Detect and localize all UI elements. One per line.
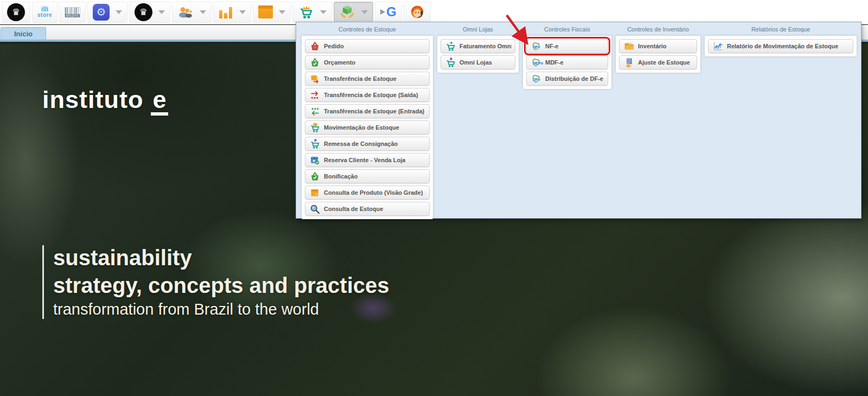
illi-store-icon: illistore (37, 6, 52, 18)
logo-text: instituto (42, 86, 143, 113)
logo-e-mark: e (151, 88, 168, 116)
toolbar-button-products[interactable] (253, 2, 291, 23)
cube-hands-icon (339, 4, 355, 20)
google-g-icon: G (380, 5, 397, 18)
tab-inicio[interactable]: Início (1, 27, 46, 40)
toolbar-button-sales[interactable] (292, 2, 332, 23)
brazil-map-icon: DFe (530, 73, 542, 85)
chevron-down-icon (320, 10, 327, 14)
toolbar-button-crown-menu[interactable] (129, 2, 170, 23)
menu-item-transferencia-de-estoque-entrada[interactable]: Transfêrencia de Estoque (Entrada) (305, 104, 430, 118)
magnifier-icon (309, 203, 321, 215)
menu-item-label: Ajuste de Estoque (638, 59, 690, 66)
cart-load-icon (309, 122, 321, 133)
menu-item-label: Inventário (638, 43, 667, 49)
menu-item-label: Remessa de Consignação (324, 140, 398, 147)
stock-mega-menu-panel: Controles de Estoque Pedido Orçamento Tr… (296, 22, 861, 219)
menu-item-bonificacao[interactable]: Bonificação (305, 169, 430, 183)
building-hand-icon (623, 56, 635, 68)
chevron-down-icon (279, 10, 285, 14)
menu-item-label: Bonificação (324, 173, 358, 180)
basket-red-icon (309, 40, 321, 52)
calendar-check-icon (309, 154, 321, 166)
menu-item-inventario[interactable]: Inventário (619, 39, 697, 53)
hero-line-3: transformation from Brazil to the world (53, 300, 390, 319)
toolbar-button-settings[interactable] (87, 2, 127, 23)
menu-column-header: Controles de Estoque (302, 23, 433, 36)
product-box-icon (309, 187, 321, 199)
menu-item-distribuicao-de-df-e[interactable]: DFe Distribuição de DF-e (526, 72, 608, 86)
cart-consign-icon (309, 138, 321, 150)
menu-item-label: Omni Lojas (459, 59, 492, 66)
menu-column-controles-de-estoque: Controles de Estoque Pedido Orçamento Tr… (302, 23, 433, 219)
toolbar-button-reports[interactable] (213, 2, 251, 23)
menu-column-omni-lojas: Omni Lojas Faturamento Omni Omni Lojas (437, 23, 519, 73)
instituto-e-logo: institutoe (42, 86, 168, 116)
package-box-icon (258, 5, 273, 18)
main-toolbar: illistore BOLETO G (0, 0, 868, 24)
menu-item-label: Distribuição de DF-e (545, 75, 603, 82)
menu-item-consulta-de-produto-visao-grade[interactable]: Consulta de Produto (Visão Grade) (305, 186, 430, 200)
menu-column-header: Controles de Inventário (616, 23, 700, 36)
chevron-down-icon (158, 10, 165, 14)
app-window: illistore BOLETO G (0, 0, 868, 396)
crown-badge-icon (7, 3, 25, 21)
menu-item-reserva-cliente-venda-loja[interactable]: Reserva Cliente - Venda Loja (305, 153, 430, 167)
support-agent-icon (409, 4, 425, 20)
menu-item-pedido[interactable]: Pedido (305, 39, 430, 53)
chevron-down-icon (200, 10, 206, 14)
brazil-map-icon: MDFe (530, 56, 542, 68)
bar-chart-icon (219, 6, 233, 18)
transfer-box-icon (309, 73, 321, 85)
menu-column-header: Omni Lojas (437, 23, 519, 36)
icon-text-badge: NFe (533, 44, 540, 49)
menu-item-omni-lojas[interactable]: Omni Lojas (441, 55, 515, 69)
shopping-cart-icon (298, 4, 314, 20)
menu-item-label: Transfêrencia de Estoque (Saída) (324, 92, 418, 98)
menu-column-relatorios-de-estoque: Relatórios de Estoque Relatório de Movim… (705, 23, 857, 56)
toolbar-button-stock[interactable] (334, 2, 373, 23)
boleto-icon: BOLETO (65, 7, 80, 17)
menu-item-label: Transferência de Estoque (324, 75, 397, 82)
hero-line-1: sustainability (53, 245, 390, 270)
menu-column-header: Controles Fiscais (523, 23, 611, 36)
toolbar-button-illi-store[interactable]: illistore (32, 2, 58, 23)
chevron-down-icon (239, 10, 246, 14)
menu-column-card: Faturamento Omni Omni Lojas (437, 36, 519, 73)
menu-item-relatorio-de-movimentacao-de-estoque[interactable]: Relatório de Movimentação de Estoque (708, 39, 853, 53)
gear-icon (93, 4, 110, 21)
menu-item-label: Pedido (324, 43, 344, 49)
icon-text-badge: MDFe (533, 61, 543, 66)
chevron-down-icon (116, 10, 122, 14)
menu-item-label: Reserva Cliente - Venda Loja (324, 157, 405, 163)
menu-item-label: MDF-e (545, 59, 564, 66)
menu-item-transferencia-de-estoque-saida[interactable]: Transfêrencia de Estoque (Saída) (305, 88, 430, 102)
menu-item-consulta-de-estoque[interactable]: Consulta de Estoque (305, 202, 430, 216)
menu-item-label: Orçamento (324, 59, 355, 66)
menu-item-ajuste-de-estoque[interactable]: Ajuste de Estoque (619, 55, 697, 69)
toolbar-button-boleto[interactable]: BOLETO (59, 2, 86, 23)
toolbar-button-customers[interactable] (172, 2, 212, 23)
hero-line-2: strategy, concepts and practices (53, 273, 390, 298)
toolbar-button-google[interactable]: G (375, 2, 402, 23)
menu-item-label: Consulta de Estoque (324, 206, 383, 212)
cart-omni-icon (444, 40, 456, 52)
toolbar-button-support[interactable] (404, 2, 431, 23)
menu-item-label: Movimentação de Estoque (324, 124, 399, 131)
menu-item-remessa-de-consignacao[interactable]: Remessa de Consignação (305, 137, 430, 151)
menu-item-mdf-e[interactable]: MDFe MDF-e (526, 55, 608, 69)
menu-item-faturamento-omni[interactable]: Faturamento Omni (441, 39, 515, 53)
menu-item-orcamento[interactable]: Orçamento (305, 55, 430, 69)
toolbar-button-brand-crown[interactable] (2, 2, 30, 23)
menu-column-card: NFe NF-e MDFe MDF-e DFe Distribuição de … (523, 36, 611, 89)
arrow-out-icon (309, 89, 321, 101)
brazil-map-icon: NFe (530, 40, 542, 52)
menu-item-transferencia-de-estoque[interactable]: Transferência de Estoque (305, 72, 430, 86)
menu-item-label: Faturamento Omni (459, 43, 512, 49)
line-chart-icon (712, 40, 724, 52)
menu-item-nf-e[interactable]: NFe NF-e (526, 39, 608, 53)
menu-column-controles-de-inventario: Controles de Inventário Inventário Ajust… (616, 23, 700, 73)
people-icon (177, 4, 194, 20)
folder-icon (623, 40, 635, 52)
menu-item-movimentacao-de-estoque[interactable]: Movimentação de Estoque (305, 120, 430, 135)
